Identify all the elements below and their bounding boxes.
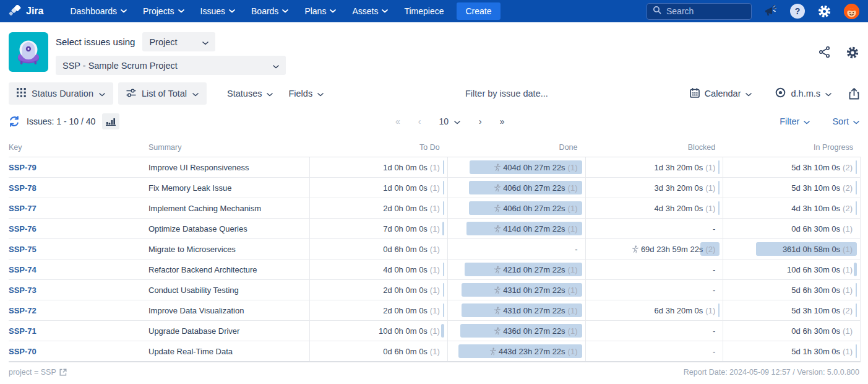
duration-cell-in-progress: 5d 3h 10m 0s(2) bbox=[723, 157, 861, 177]
issue-summary-cell: Optimize Database Queries bbox=[148, 219, 309, 238]
list-mode-dropdown[interactable]: List of Total bbox=[118, 82, 207, 105]
duration-value: 4d 3h 20m 0s bbox=[655, 204, 703, 213]
first-page-button[interactable]: « bbox=[395, 116, 400, 126]
duration-value: 69d 23h 59m 22s bbox=[641, 245, 703, 254]
time-format-dropdown[interactable]: d.h.m.s bbox=[775, 87, 831, 100]
empty-duration: - bbox=[713, 326, 715, 336]
last-page-button[interactable]: » bbox=[500, 116, 504, 126]
help-icon[interactable]: ? bbox=[790, 4, 805, 19]
column-header-summary[interactable]: Summary bbox=[148, 138, 309, 157]
prev-page-button[interactable]: ‹ bbox=[418, 116, 421, 126]
share-icon[interactable] bbox=[819, 46, 831, 58]
issue-key-link[interactable]: SSP-76 bbox=[9, 224, 37, 233]
fields-dropdown[interactable]: Fields bbox=[288, 89, 324, 98]
duration-bar bbox=[718, 160, 720, 174]
duration-value: 443d 23h 27m 22s bbox=[499, 347, 565, 356]
column-header-in-progress[interactable]: In Progress bbox=[723, 138, 861, 157]
issue-key-link[interactable]: SSP-77 bbox=[9, 204, 37, 213]
filter-dropdown[interactable]: Filter bbox=[780, 116, 810, 126]
transition-count: (1) bbox=[705, 204, 715, 213]
next-page-button[interactable]: › bbox=[479, 116, 481, 126]
duration-value: 414d 0h 27m 22s bbox=[503, 224, 565, 233]
column-header-to-do[interactable]: To Do bbox=[309, 138, 447, 157]
duration-bar bbox=[718, 201, 720, 215]
transition-count: (1) bbox=[430, 286, 440, 295]
transition-count: (1) bbox=[430, 163, 440, 172]
sort-dropdown[interactable]: Sort bbox=[832, 116, 859, 126]
table-row-ssp-77: SSP-77Implement Caching Mechanism2d 0h 0… bbox=[9, 198, 861, 219]
issue-summary-cell: Upgrade Database Driver bbox=[148, 321, 309, 341]
nav-item-issues[interactable]: Issues bbox=[192, 0, 243, 22]
transition-count: (1) bbox=[430, 326, 440, 336]
report-type-dropdown[interactable]: Status Duration bbox=[9, 82, 113, 105]
duration-value: 0d 6h 0m 0s bbox=[383, 347, 428, 356]
issue-key-link[interactable]: SSP-73 bbox=[9, 286, 37, 295]
duration-content: 69d 23h 59m 22s(2) bbox=[631, 245, 715, 254]
duration-value: 0d 6h 30m 0s bbox=[791, 224, 840, 233]
duration-value: 4d 3h 10m 0s bbox=[791, 204, 840, 213]
duration-cell-blocked: - bbox=[585, 219, 723, 238]
duration-content: 2d 0h 0m 0s(1) bbox=[383, 204, 439, 213]
issue-key-link[interactable]: SSP-70 bbox=[9, 347, 37, 356]
duration-content: 1d 3h 20m 0s(1) bbox=[655, 163, 716, 172]
nav-item-dashboards[interactable]: Dashboards bbox=[62, 0, 135, 22]
issue-date-filter-input[interactable]: Filter by issue date... bbox=[465, 89, 548, 98]
select-issues-label: Select issues using bbox=[56, 37, 135, 47]
transition-count: (1) bbox=[568, 224, 578, 233]
statuses-dropdown[interactable]: Statuses bbox=[227, 89, 273, 98]
duration-value: 436d 0h 27m 22s bbox=[503, 326, 565, 336]
issue-key-link[interactable]: SSP-78 bbox=[9, 183, 37, 193]
report-settings-gear-icon[interactable] bbox=[846, 46, 859, 59]
announcements-icon[interactable] bbox=[764, 5, 778, 17]
calendar-dropdown[interactable]: Calendar bbox=[690, 88, 752, 100]
chevron-down-icon bbox=[202, 37, 208, 47]
duration-bar bbox=[856, 303, 857, 317]
report-header: Select issues using Project SSP - Sample… bbox=[0, 22, 868, 81]
transition-count: (1) bbox=[430, 183, 440, 193]
transition-count: (1) bbox=[843, 265, 853, 274]
duration-value: 5d 3h 10m 0s bbox=[791, 306, 840, 315]
transition-count: (1) bbox=[568, 347, 578, 356]
issue-key-cell: SSP-71 bbox=[9, 321, 148, 341]
column-header-key[interactable]: Key bbox=[9, 138, 148, 157]
nav-right-cluster: ? bbox=[647, 3, 859, 20]
nav-item-assets[interactable]: Assets bbox=[344, 0, 396, 22]
issue-key-link[interactable]: SSP-74 bbox=[9, 265, 37, 274]
search-input[interactable] bbox=[666, 6, 741, 16]
empty-duration: - bbox=[575, 245, 577, 254]
issue-key-link[interactable]: SSP-79 bbox=[9, 163, 37, 172]
nav-item-timepiece[interactable]: Timepiece bbox=[396, 0, 452, 22]
global-search[interactable] bbox=[647, 3, 752, 20]
duration-value: 406d 0h 27m 22s bbox=[503, 204, 565, 213]
nav-item-boards[interactable]: Boards bbox=[243, 0, 296, 22]
empty-duration: - bbox=[713, 265, 715, 274]
pager-bar: Issues: 1 - 10 / 40 « ‹ 10 › » bbox=[0, 106, 868, 134]
refresh-icon[interactable] bbox=[9, 116, 20, 127]
column-header-done[interactable]: Done bbox=[447, 138, 585, 157]
user-avatar[interactable] bbox=[844, 4, 859, 19]
nav-item-plans[interactable]: Plans bbox=[296, 0, 344, 22]
transition-count: (1) bbox=[430, 265, 440, 274]
issue-key-cell: SSP-72 bbox=[9, 300, 148, 320]
jira-brand[interactable]: Jira bbox=[9, 5, 43, 18]
duration-content: 10d 0h 0m 0s(1) bbox=[379, 326, 440, 336]
page-size-select[interactable]: 10 bbox=[439, 116, 460, 126]
export-icon[interactable] bbox=[849, 88, 859, 100]
issue-key-link[interactable]: SSP-75 bbox=[9, 245, 37, 254]
nav-item-projects[interactable]: Projects bbox=[135, 0, 192, 22]
transition-count: (1) bbox=[568, 204, 578, 213]
create-button[interactable]: Create bbox=[457, 2, 500, 20]
project-select[interactable]: SSP - Sample Scrum Project bbox=[56, 56, 286, 75]
issue-key-link[interactable]: SSP-71 bbox=[9, 326, 37, 336]
duration-content: 1d 0h 0m 0s(1) bbox=[383, 183, 439, 193]
search-icon bbox=[653, 6, 661, 17]
transition-count: (1) bbox=[568, 286, 578, 295]
issue-summary-cell: Implement Caching Mechanism bbox=[148, 198, 309, 218]
chart-view-button[interactable] bbox=[102, 113, 119, 129]
issue-source-select[interactable]: Project bbox=[142, 32, 215, 51]
duration-value: 431d 0h 27m 22s bbox=[503, 306, 565, 315]
column-header-blocked[interactable]: Blocked bbox=[585, 138, 723, 157]
settings-gear-icon[interactable] bbox=[817, 4, 831, 19]
external-link-icon[interactable] bbox=[59, 369, 67, 376]
issue-key-link[interactable]: SSP-72 bbox=[9, 306, 37, 315]
